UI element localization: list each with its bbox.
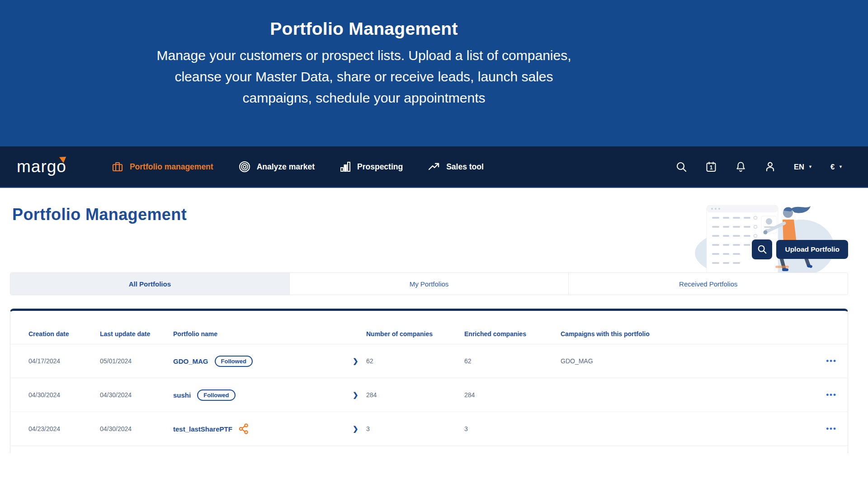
cell-enriched-companies: 62 [464,357,561,365]
row-actions-menu[interactable]: ••• [826,357,840,366]
language-selector[interactable]: EN ▼ [794,163,812,171]
table-row: 04/23/2024 04/30/2024 test_lastSharePTF … [10,412,848,446]
cell-number-of-companies: 62 [366,357,464,365]
search-icon[interactable] [676,161,687,173]
hero-subtitle-line2: cleanse your Master Data, share or recei… [0,66,728,87]
col-last-update-date: Last update date [100,330,173,338]
portfolio-table: Creation date Last update date Portfolio… [10,309,848,453]
user-icon[interactable] [764,161,776,173]
cell-creation-date: 04/23/2024 [28,425,100,432]
row-actions-menu[interactable]: ••• [826,390,840,399]
language-value: EN [794,163,804,171]
cell-enriched-companies: 3 [464,425,561,432]
hero-subtitle-line3: campaigns, schedule your appointments [0,87,728,108]
col-creation-date: Creation date [28,330,100,338]
col-number-of-companies: Number of companies [366,330,464,338]
col-portfolio-name: Portfolio name [173,330,353,338]
followed-badge: Followed [215,356,253,367]
cell-creation-date: 04/17/2024 [28,357,100,365]
briefcase-icon [112,161,123,173]
nav-item-prospecting[interactable]: Prospecting [340,161,403,173]
cell-creation-date: 04/30/2024 [28,391,100,399]
expand-row-chevron-icon[interactable]: ❯ [353,425,366,433]
hero-title: Portfolio Management [0,19,728,39]
table-row: 04/17/2024 05/01/2024 GDO_MAG Followed ❯… [10,344,848,378]
cell-campaigns: GDO_MAG [561,357,812,365]
portfolio-search-button[interactable] [752,239,772,259]
navbar-right: 1 EN ▼ € ▼ [676,161,843,173]
main-content: Portfolio Management [0,188,868,488]
trending-up-icon [428,162,440,172]
row-actions-menu[interactable]: ••• [826,424,840,433]
bar-chart-icon [340,161,351,173]
portfolio-tabs: All Portfolios My Portfolios Received Po… [10,272,848,295]
chevron-down-icon: ▼ [839,164,843,169]
calendar-icon[interactable]: 1 [705,161,717,173]
table-row: 04/30/2024 04/30/2024 sushi Followed ❯ 2… [10,378,848,412]
tab-all-portfolios[interactable]: All Portfolios [10,273,289,295]
tab-my-portfolios[interactable]: My Portfolios [289,273,569,295]
currency-value: € [830,163,835,171]
nav-item-analyze-market[interactable]: Analyze market [239,161,315,173]
main-nav: Portfolio management Analyze market Pros… [112,161,484,173]
upload-portfolio-button[interactable]: Upload Portfolio [776,240,848,259]
nav-item-portfolio-management[interactable]: Portfolio management [112,161,213,173]
margo-logo[interactable]: margo [17,157,66,176]
portfolio-illustration [694,198,835,280]
cell-last-update-date: 04/30/2024 [100,425,173,432]
hero-subtitle-line1: Manage your customers or prospect lists.… [0,45,728,66]
cell-last-update-date: 04/30/2024 [100,391,173,399]
chevron-down-icon: ▼ [808,164,812,169]
top-navbar: margo Portfolio management Analyze marke… [0,146,868,188]
expand-row-chevron-icon[interactable]: ❯ [353,357,366,365]
nav-label: Sales tool [446,162,484,172]
nav-label: Analyze market [257,162,315,172]
currency-selector[interactable]: € ▼ [830,163,843,171]
tab-received-portfolios[interactable]: Received Portfolios [568,273,848,295]
followed-badge: Followed [197,389,235,401]
target-icon [239,161,250,173]
cell-enriched-companies: 284 [464,391,561,399]
portfolio-name-link[interactable]: test_lastSharePTF [173,425,232,433]
expand-row-chevron-icon[interactable]: ❯ [353,391,366,399]
nav-label: Prospecting [357,162,403,172]
nav-item-sales-tool[interactable]: Sales tool [428,162,484,172]
cell-number-of-companies: 284 [366,391,464,399]
bell-icon[interactable] [735,161,746,173]
page-title: Portfolio Management [12,205,187,224]
nav-label: Portfolio management [130,162,213,172]
cell-last-update-date: 05/01/2024 [100,357,173,365]
table-header: Creation date Last update date Portfolio… [10,311,848,344]
hero-banner: Portfolio Management Manage your custome… [0,0,868,146]
col-campaigns: Campaigns with this portfolio [561,330,812,338]
cell-number-of-companies: 3 [366,425,464,432]
col-enriched-companies: Enriched companies [464,330,561,338]
portfolio-name-link[interactable]: sushi [173,391,191,399]
shared-icon [239,423,249,434]
svg-text:1: 1 [710,164,713,171]
portfolio-name-link[interactable]: GDO_MAG [173,357,208,365]
